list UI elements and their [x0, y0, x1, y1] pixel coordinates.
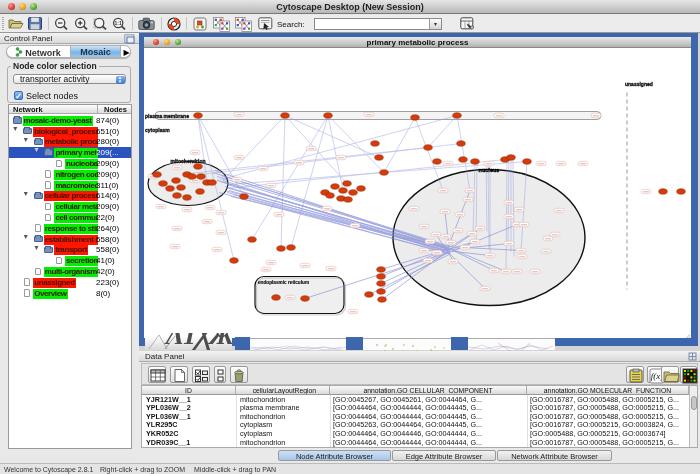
svg-text:plasma membrane: plasma membrane: [145, 112, 189, 118]
svg-text:1:1: 1:1: [115, 20, 122, 26]
svg-text:nucleus: nucleus: [479, 166, 500, 172]
svg-text:unassigned: unassigned: [625, 80, 653, 86]
svg-text:mitochondrion: mitochondrion: [171, 157, 206, 163]
svg-text:endoplasmic reticulum: endoplasmic reticulum: [258, 279, 309, 284]
svg-text:cytoplasm: cytoplasm: [145, 126, 170, 132]
